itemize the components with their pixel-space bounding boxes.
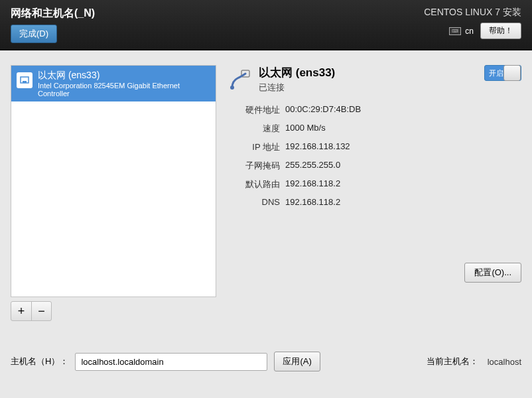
keyboard-layout-label: cn bbox=[465, 27, 474, 36]
current-hostname-value: localhost bbox=[488, 357, 521, 367]
nic-list-item[interactable]: 以太网 (ens33) Intel Corporation 82545EM Gi… bbox=[11, 66, 216, 101]
configure-button[interactable]: 配置(O)... bbox=[464, 263, 521, 283]
nic-list-buttons: + − bbox=[11, 301, 52, 321]
hostname-row: 主机名（H）： 应用(A) 当前主机名： localhost bbox=[11, 352, 521, 371]
remove-nic-button[interactable]: − bbox=[31, 302, 51, 320]
network-icon bbox=[228, 68, 252, 92]
help-button[interactable]: 帮助！ bbox=[480, 23, 521, 39]
speed-value: 1000 Mb/s bbox=[285, 123, 521, 135]
gateway-value: 192.168.118.2 bbox=[285, 178, 521, 190]
keyboard-icon: ⌨ bbox=[449, 27, 461, 35]
toggle-handle bbox=[503, 65, 521, 81]
page-title: 网络和主机名(_N) bbox=[11, 7, 95, 21]
netmask-label: 子网掩码 bbox=[228, 160, 280, 172]
hostname-input[interactable] bbox=[75, 353, 267, 371]
apply-hostname-button[interactable]: 应用(A) bbox=[274, 352, 320, 371]
detail-title: 以太网 (ens33) bbox=[259, 65, 335, 80]
current-hostname-label: 当前主机名： bbox=[427, 356, 478, 367]
ethernet-icon bbox=[17, 72, 33, 88]
nic-list[interactable]: 以太网 (ens33) Intel Corporation 82545EM Gi… bbox=[11, 65, 216, 297]
ip-label: IP 地址 bbox=[228, 141, 280, 153]
toggle-label: 开启 bbox=[485, 68, 503, 78]
done-button[interactable]: 完成(D) bbox=[11, 25, 57, 43]
detail-status: 已连接 bbox=[259, 82, 335, 94]
svg-rect-1 bbox=[23, 81, 27, 83]
dns-value: 192.168.118.2 bbox=[285, 197, 521, 207]
add-nic-button[interactable]: + bbox=[11, 302, 31, 320]
netmask-value: 255.255.255.0 bbox=[285, 160, 521, 172]
ip-value: 192.168.118.132 bbox=[285, 141, 521, 153]
keyboard-indicator[interactable]: ⌨ cn bbox=[449, 27, 474, 36]
installer-title: CENTOS LINUX 7 安装 bbox=[424, 7, 521, 19]
speed-label: 速度 bbox=[228, 123, 280, 135]
hw-addr-value: 00:0C:29:D7:4B:DB bbox=[285, 104, 521, 116]
dns-label: DNS bbox=[228, 197, 280, 207]
nic-item-title: 以太网 (ens33) bbox=[38, 70, 210, 82]
header-bar: 网络和主机名(_N) 完成(D) CENTOS LINUX 7 安装 ⌨ cn … bbox=[0, 0, 532, 50]
hostname-label: 主机名（H）： bbox=[11, 356, 68, 367]
svg-point-3 bbox=[230, 86, 234, 90]
detail-table: 硬件地址 00:0C:29:D7:4B:DB 速度 1000 Mb/s IP 地… bbox=[228, 104, 521, 207]
gateway-label: 默认路由 bbox=[228, 178, 280, 190]
connection-toggle[interactable]: 开启 bbox=[484, 65, 521, 81]
nic-item-subtitle: Intel Corporation 82545EM Gigabit Ethern… bbox=[38, 82, 210, 98]
hw-addr-label: 硬件地址 bbox=[228, 104, 280, 116]
